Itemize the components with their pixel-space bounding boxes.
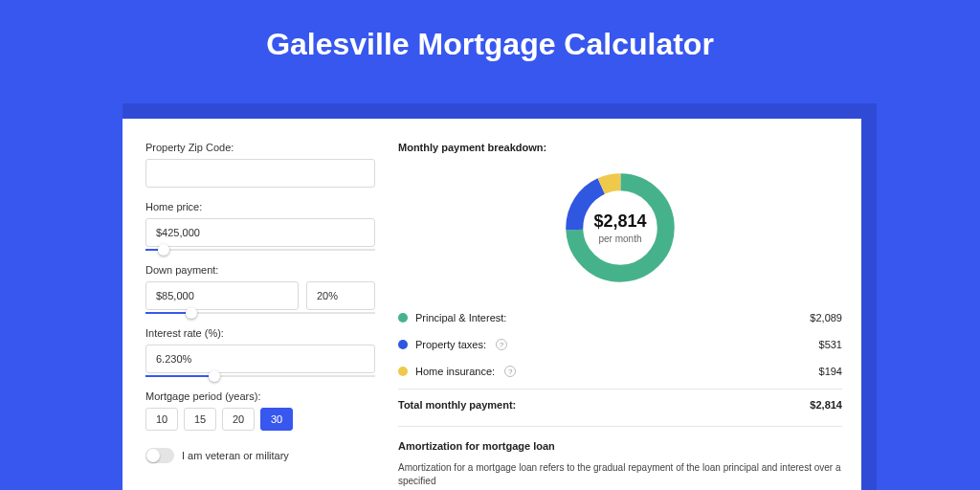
legend: Principal & Interest: $2,089 Property ta… xyxy=(398,304,842,422)
interest-rate-slider[interactable] xyxy=(145,375,375,377)
veteran-toggle[interactable] xyxy=(145,448,174,463)
legend-row-principal: Principal & Interest: $2,089 xyxy=(398,304,842,331)
slider-thumb-icon[interactable] xyxy=(158,244,169,256)
donut-center-sub: per month xyxy=(593,234,646,244)
help-icon[interactable]: ? xyxy=(504,366,516,377)
total-label: Total monthly payment: xyxy=(398,399,516,411)
dot-icon xyxy=(398,313,408,323)
amortization-text: Amortization for a mortgage loan refers … xyxy=(398,461,842,488)
dot-icon xyxy=(398,340,408,349)
home-price-label: Home price: xyxy=(145,201,375,212)
slider-thumb-icon[interactable] xyxy=(209,370,220,382)
page-title: Galesville Mortgage Calculator xyxy=(0,27,980,62)
down-payment-label: Down payment: xyxy=(145,264,375,276)
down-payment-percent-input[interactable]: 20% xyxy=(306,281,375,310)
calculator-card: Property Zip Code: Home price: $425,000 … xyxy=(122,119,861,490)
zip-label: Property Zip Code: xyxy=(145,142,375,153)
donut-center-amount: $2,814 xyxy=(593,212,646,232)
legend-row-insurance: Home insurance: ? $194 xyxy=(398,358,842,385)
legend-row-taxes: Property taxes: ? $531 xyxy=(398,331,842,358)
breakdown-panel: Monthly payment breakdown: $2,814 per mo… xyxy=(398,142,842,490)
period-option-15[interactable]: 15 xyxy=(184,408,216,431)
slider-thumb-icon[interactable] xyxy=(186,307,197,319)
help-icon[interactable]: ? xyxy=(496,339,507,350)
down-payment-slider[interactable] xyxy=(145,312,375,314)
mortgage-period-label: Mortgage period (years): xyxy=(145,390,375,402)
period-option-10[interactable]: 10 xyxy=(145,408,178,431)
zip-input[interactable] xyxy=(145,159,375,188)
legend-value: $2,089 xyxy=(810,312,842,323)
interest-rate-input[interactable]: 6.230% xyxy=(145,345,375,373)
legend-label: Home insurance: xyxy=(415,366,495,377)
page-header: Galesville Mortgage Calculator xyxy=(0,0,980,83)
period-option-20[interactable]: 20 xyxy=(222,408,255,431)
toggle-knob-icon xyxy=(146,449,160,462)
amortization-section: Amortization for mortgage loan Amortizat… xyxy=(398,426,842,488)
down-payment-input[interactable]: $85,000 xyxy=(145,281,299,310)
amortization-title: Amortization for mortgage loan xyxy=(398,440,842,452)
legend-label: Principal & Interest: xyxy=(415,312,506,323)
interest-rate-label: Interest rate (%): xyxy=(145,327,375,339)
legend-label: Property taxes: xyxy=(415,339,486,350)
home-price-slider[interactable] xyxy=(145,249,375,251)
mortgage-period-group: 10 15 20 30 xyxy=(145,408,375,431)
legend-value: $194 xyxy=(819,366,842,377)
home-price-input[interactable]: $425,000 xyxy=(145,218,375,247)
legend-row-total: Total monthly payment: $2,814 xyxy=(398,389,842,422)
dot-icon xyxy=(398,367,408,376)
donut-chart: $2,814 per month xyxy=(398,161,842,295)
form-panel: Property Zip Code: Home price: $425,000 … xyxy=(145,142,375,490)
legend-value: $531 xyxy=(819,339,842,350)
period-option-30[interactable]: 30 xyxy=(260,408,293,431)
veteran-label: I am veteran or military xyxy=(182,450,289,461)
breakdown-title: Monthly payment breakdown: xyxy=(398,142,842,153)
total-value: $2,814 xyxy=(810,399,842,411)
